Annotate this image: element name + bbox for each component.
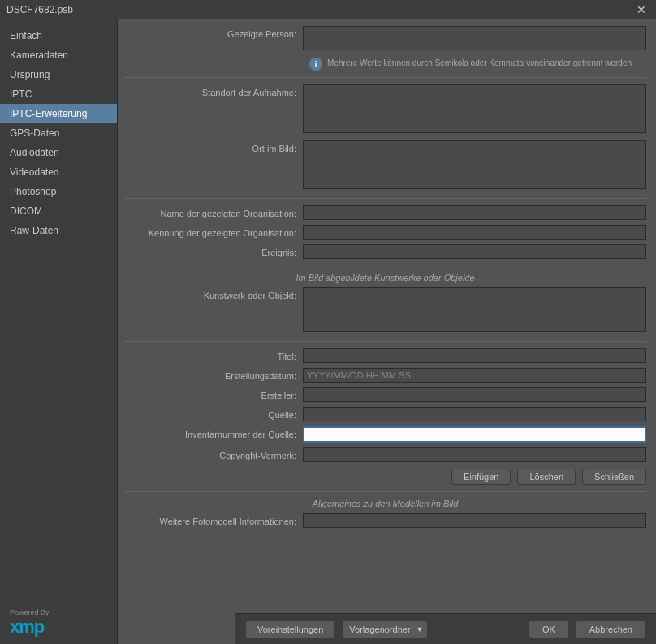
quelle-field <box>303 407 646 421</box>
kunstwerk-field: — <box>303 287 646 335</box>
standort-label: Standort der Aufnahme: <box>124 84 303 97</box>
ereignis-row: Ereignis: <box>124 244 646 259</box>
powered-by-text: Powered By <box>10 608 50 616</box>
sidebar-item-ursprung[interactable]: Ursprung <box>0 65 117 84</box>
sidebar-item-gps-daten[interactable]: GPS-Daten <box>0 123 117 143</box>
window-title: DSCF7682.psb <box>6 4 73 15</box>
quelle-input[interactable] <box>303 407 646 421</box>
weitere-label: Weitere Fotomodell Informationen: <box>124 513 303 526</box>
standort-input[interactable]: — <box>303 84 646 133</box>
inventar-input[interactable] <box>303 426 646 443</box>
weitere-field <box>303 513 646 528</box>
ereignis-input[interactable] <box>303 244 646 259</box>
gezeigte-person-field <box>303 26 646 53</box>
footer-left: Voreinstellungen Vorlagenordner ▼ <box>245 620 428 638</box>
kunstwerk-label: Kunstwerk oder Objekt: <box>124 287 303 300</box>
action-buttons: Einfügen Löschen Schließen <box>124 469 646 485</box>
ersteller-row: Ersteller: <box>124 387 646 402</box>
kennung-org-row: Kennung der gezeigten Organisation: <box>124 225 646 240</box>
name-org-input[interactable] <box>303 205 646 220</box>
weitere-row: Weitere Fotomodell Informationen: <box>124 513 646 528</box>
standort-row: Standort der Aufnahme: — <box>124 84 646 136</box>
info-icon: i <box>309 58 322 71</box>
sidebar: EinfachKameradatenUrsprungIPTCIPTC-Erwei… <box>0 19 118 644</box>
ort-label: Ort im Bild: <box>124 140 303 153</box>
einfuegen-button[interactable]: Einfügen <box>451 469 511 485</box>
ort-input[interactable]: — <box>303 140 646 189</box>
kunstwerk-input[interactable]: — <box>303 287 646 332</box>
gezeigte-person-input[interactable] <box>303 26 646 50</box>
name-org-label: Name der gezeigten Organisation: <box>124 205 303 218</box>
name-org-field <box>303 205 646 220</box>
sidebar-item-videodaten[interactable]: Videodaten <box>0 162 117 182</box>
vorlagenordner-select[interactable]: Vorlagenordner <box>342 620 428 638</box>
titel-field <box>303 348 646 363</box>
inventar-row: Inventarnummer der Quelle: <box>124 426 646 443</box>
ort-row: Ort im Bild: — <box>124 140 646 192</box>
titel-label: Titel: <box>124 348 303 361</box>
erstellungsdatum-row: Erstellungsdatum: <box>124 368 646 383</box>
ok-button[interactable]: OK <box>529 620 569 638</box>
info-row: i Mehrere Werte können durch Semikola od… <box>124 58 646 71</box>
divider-3 <box>124 266 646 266</box>
abbrechen-button[interactable]: Abbrechen <box>576 620 646 638</box>
divider-1 <box>124 77 646 78</box>
titel-row: Titel: <box>124 348 646 363</box>
footer-right: OK Abbrechen <box>529 620 646 638</box>
divider-4 <box>124 341 646 342</box>
gezeigte-person-row: Gezeigte Person: <box>124 26 646 53</box>
sidebar-item-dicom[interactable]: DICOM <box>0 201 117 221</box>
ersteller-field <box>303 387 646 402</box>
sidebar-nav: EinfachKameradatenUrsprungIPTCIPTC-Erwei… <box>0 19 117 240</box>
titel-input[interactable] <box>303 348 646 363</box>
section2-header: Allgemeines zu den Modellen im Bild <box>124 499 646 508</box>
sidebar-item-iptc-erweiterung[interactable]: IPTC-Erweiterung <box>0 104 117 123</box>
weitere-input[interactable] <box>303 513 646 528</box>
divider-5 <box>124 491 646 492</box>
quelle-row: Quelle: <box>124 407 646 421</box>
kennung-org-label: Kennung der gezeigten Organisation: <box>124 225 303 238</box>
kennung-org-field <box>303 225 646 240</box>
vorlagenordner-container: Vorlagenordner ▼ <box>342 620 428 638</box>
gezeigte-person-label: Gezeigte Person: <box>124 26 303 39</box>
inventar-field <box>303 426 646 443</box>
voreinstellungen-button[interactable]: Voreinstellungen <box>245 620 335 638</box>
footer: Voreinstellungen Vorlagenordner ▼ OK Abb… <box>235 613 656 644</box>
divider-2 <box>124 198 646 199</box>
erstellungsdatum-field <box>303 368 646 383</box>
erstellungsdatum-label: Erstellungsdatum: <box>124 368 303 381</box>
copyright-row: Copyright-Vermerk: <box>124 447 646 462</box>
name-org-row: Name der gezeigten Organisation: <box>124 205 646 220</box>
copyright-field <box>303 447 646 462</box>
schliessen-button[interactable]: Schließen <box>582 469 646 485</box>
ersteller-label: Ersteller: <box>124 387 303 400</box>
ort-field: — <box>303 140 646 192</box>
ereignis-field <box>303 244 646 259</box>
kunstwerk-row: Kunstwerk oder Objekt: — <box>124 287 646 335</box>
loeschen-button[interactable]: Löschen <box>517 469 576 485</box>
copyright-input[interactable] <box>303 447 646 462</box>
xmp-logo-area: Powered By xmp <box>0 602 117 644</box>
kennung-org-input[interactable] <box>303 225 646 240</box>
quelle-label: Quelle: <box>124 407 303 420</box>
ersteller-input[interactable] <box>303 387 646 402</box>
sidebar-item-photoshop[interactable]: Photoshop <box>0 182 117 201</box>
sidebar-item-raw-daten[interactable]: Raw-Daten <box>0 221 117 240</box>
copyright-label: Copyright-Vermerk: <box>124 447 303 460</box>
standort-field: — <box>303 84 646 136</box>
inventar-label: Inventarnummer der Quelle: <box>124 426 303 439</box>
info-text: Mehrere Werte können durch Semikola oder… <box>327 58 632 69</box>
sidebar-item-iptc[interactable]: IPTC <box>0 84 117 104</box>
section1-header: Im Bild abgebildete Kunstwerke oder Obje… <box>124 273 646 283</box>
content-area: Gezeigte Person: i Mehrere Werte können … <box>118 19 656 613</box>
xmp-logo: xmp <box>10 616 44 638</box>
title-bar: DSCF7682.psb ✕ <box>0 0 656 19</box>
sidebar-item-kameradaten[interactable]: Kameradaten <box>0 45 117 65</box>
sidebar-item-audiodaten[interactable]: Audiodaten <box>0 143 117 162</box>
erstellungsdatum-input[interactable] <box>303 368 646 383</box>
ereignis-label: Ereignis: <box>124 244 303 257</box>
close-button[interactable]: ✕ <box>633 3 650 16</box>
sidebar-item-einfach[interactable]: Einfach <box>0 26 117 45</box>
